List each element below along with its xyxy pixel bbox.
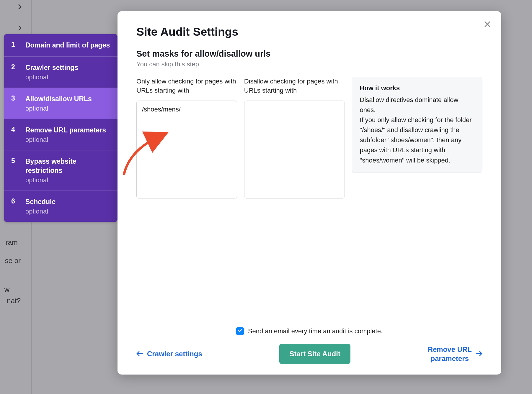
email-label: Send an email every time an audit is com…	[248, 327, 383, 335]
close-button[interactable]	[481, 18, 494, 31]
next-button[interactable]: Remove URLparameters	[428, 345, 482, 363]
step-number: 2	[11, 63, 25, 81]
next-label: Remove URLparameters	[428, 345, 472, 363]
allow-urls-input[interactable]	[136, 101, 237, 198]
step-number: 3	[11, 94, 25, 112]
disallow-label: Disallow checking for pages with URLs st…	[244, 77, 345, 96]
step-subtitle: optional	[25, 73, 112, 81]
wizard-sidebar: 1 Domain and limit of pages 2 Crawler se…	[4, 34, 118, 222]
modal-hint: You can skip this step	[136, 60, 482, 68]
step-subtitle: optional	[25, 176, 112, 184]
wizard-step-schedule[interactable]: 6 Schedule optional	[4, 191, 118, 222]
step-title: Allow/disallow URLs	[25, 94, 112, 104]
info-text: Disallow directives dominate allow ones.…	[360, 95, 474, 165]
info-panel: How it works Disallow directives dominat…	[352, 77, 482, 173]
check-icon	[238, 328, 242, 334]
step-title: Bypass website restrictions	[25, 157, 112, 175]
arrow-right-icon	[476, 350, 482, 358]
info-title: How it works	[360, 84, 474, 92]
back-label: Crawler settings	[147, 350, 202, 358]
settings-modal: Site Audit Settings Set masks for allow/…	[118, 11, 501, 375]
wizard-step-crawler[interactable]: 2 Crawler settings optional	[4, 57, 118, 88]
wizard-step-domain[interactable]: 1 Domain and limit of pages	[4, 34, 118, 57]
modal-title: Site Audit Settings	[136, 25, 482, 38]
step-title: Domain and limit of pages	[25, 41, 112, 50]
step-title: Schedule	[25, 197, 112, 206]
email-checkbox[interactable]	[236, 327, 244, 335]
allow-label: Only allow checking for pages with URLs …	[136, 77, 237, 96]
wizard-step-bypass[interactable]: 5 Bypass website restrictions optional	[4, 150, 118, 191]
step-subtitle: optional	[25, 136, 112, 144]
step-number: 6	[11, 197, 25, 215]
step-subtitle: optional	[25, 208, 112, 215]
wizard-step-remove-params[interactable]: 4 Remove URL parameters optional	[4, 119, 118, 150]
back-button[interactable]: Crawler settings	[136, 350, 202, 358]
start-audit-button[interactable]: Start Site Audit	[279, 344, 350, 364]
step-subtitle: optional	[25, 105, 112, 112]
step-number: 4	[11, 126, 25, 144]
modal-subtitle: Set masks for allow/disallow urls	[136, 49, 482, 59]
close-icon	[483, 25, 492, 29]
step-number: 5	[11, 157, 25, 184]
wizard-step-allow-disallow[interactable]: 3 Allow/disallow URLs optional	[4, 88, 118, 119]
step-title: Remove URL parameters	[25, 126, 112, 135]
step-number: 1	[11, 41, 25, 50]
arrow-left-icon	[136, 350, 143, 358]
step-title: Crawler settings	[25, 63, 112, 72]
disallow-urls-input[interactable]	[244, 101, 345, 198]
